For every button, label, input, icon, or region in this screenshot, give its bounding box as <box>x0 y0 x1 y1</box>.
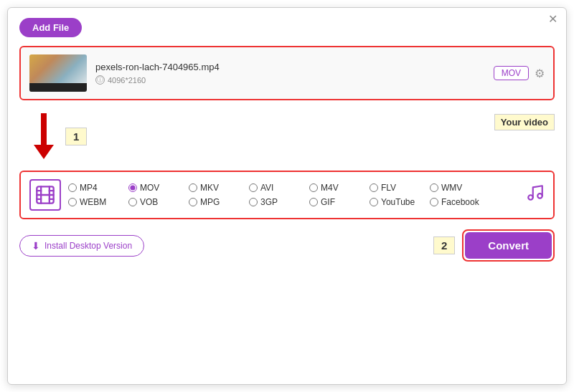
format-radio-mp4[interactable] <box>68 183 77 192</box>
arrow-shaft <box>41 113 47 145</box>
format-label-facebook: Facebook <box>441 197 479 207</box>
file-thumbnail <box>29 54 87 92</box>
add-file-button[interactable]: Add File <box>19 18 82 37</box>
music-icon <box>526 183 545 206</box>
format-option-avi[interactable]: AVI <box>249 183 306 193</box>
install-desktop-button[interactable]: ⬇ Install Desktop Version <box>19 235 144 257</box>
format-label-wmv: WMV <box>441 183 462 193</box>
format-option-m4v[interactable]: M4V <box>309 183 367 193</box>
format-radio-3gp[interactable] <box>249 198 258 206</box>
format-label-mov: MOV <box>140 183 159 193</box>
format-label-vob: VOB <box>140 197 158 207</box>
bottom-bar: ⬇ Install Desktop Version 2 Convert <box>19 229 555 262</box>
format-option-facebook[interactable]: Facebook <box>430 197 487 207</box>
format-label-mkv: MKV <box>200 183 219 193</box>
format-label-3gp: 3GP <box>260 197 278 207</box>
format-option-wmv[interactable]: WMV <box>430 183 487 193</box>
format-option-gif[interactable]: GIF <box>309 197 367 207</box>
install-label: Install Desktop Version <box>44 241 132 251</box>
format-label-mp4: MP4 <box>80 183 98 193</box>
svg-point-8 <box>528 195 533 200</box>
convert-wrapper: Convert <box>462 229 555 262</box>
info-icon: ⓘ <box>95 75 105 85</box>
format-radio-wmv[interactable] <box>430 183 438 192</box>
format-radio-mov[interactable] <box>128 183 137 192</box>
format-label-gif: GIF <box>321 197 335 207</box>
format-option-youtube[interactable]: YouTube <box>370 197 427 207</box>
film-icon <box>29 179 61 211</box>
format-radio-webm[interactable] <box>68 198 77 206</box>
convert-section: 2 Convert <box>433 229 555 262</box>
format-radio-facebook[interactable] <box>430 198 438 206</box>
format-option-mov[interactable]: MOV <box>128 183 186 193</box>
format-radio-vob[interactable] <box>128 198 137 206</box>
format-row-1: MP4 MOV MKV AVI M4V <box>68 183 513 193</box>
step-1-label: 1 <box>65 128 87 145</box>
format-badge-button[interactable]: MOV <box>494 66 529 80</box>
format-radio-m4v[interactable] <box>309 183 318 192</box>
svg-point-9 <box>537 193 542 199</box>
format-label-webm: WEBM <box>80 197 106 207</box>
format-radio-avi[interactable] <box>249 183 258 192</box>
settings-icon[interactable]: ⚙ <box>535 67 545 80</box>
arrow-head <box>34 145 54 159</box>
format-radio-gif[interactable] <box>309 198 318 206</box>
format-option-mpg[interactable]: MPG <box>189 197 246 207</box>
format-selector-box: MP4 MOV MKV AVI M4V <box>19 171 555 219</box>
file-info: pexels-ron-lach-7404965.mp4 ⓘ 4096*2160 <box>95 62 485 85</box>
file-item-box: pexels-ron-lach-7404965.mp4 ⓘ 4096*2160 … <box>19 46 555 100</box>
format-radio-mpg[interactable] <box>189 198 197 206</box>
file-meta: ⓘ 4096*2160 <box>95 75 485 85</box>
file-actions: MOV ⚙ <box>494 66 545 80</box>
file-name: pexels-ron-lach-7404965.mp4 <box>95 62 485 72</box>
format-label-flv: FLV <box>381 183 396 193</box>
format-label-m4v: M4V <box>321 183 339 193</box>
format-radio-youtube[interactable] <box>370 198 378 206</box>
format-label-avi: AVI <box>260 183 273 193</box>
arrow-section: 1 <box>34 107 555 165</box>
format-option-webm[interactable]: WEBM <box>68 197 126 207</box>
down-arrow <box>34 113 54 159</box>
format-label-youtube: YouTube <box>381 197 415 207</box>
format-row-2: WEBM VOB MPG 3GP GIF <box>68 197 513 207</box>
format-option-mkv[interactable]: MKV <box>189 183 246 193</box>
format-option-flv[interactable]: FLV <box>370 183 427 193</box>
close-button[interactable]: ✕ <box>548 14 557 25</box>
app-window: ✕ Add File pexels-ron-lach-7404965.mp4 ⓘ… <box>7 7 567 385</box>
format-option-3gp[interactable]: 3GP <box>249 197 306 207</box>
format-grid: MP4 MOV MKV AVI M4V <box>68 183 513 207</box>
format-option-vob[interactable]: VOB <box>128 197 186 207</box>
step-2-label: 2 <box>433 236 455 254</box>
your-video-label: Your video <box>494 114 555 130</box>
download-icon: ⬇ <box>32 240 40 252</box>
format-label-mpg: MPG <box>200 197 220 207</box>
format-radio-mkv[interactable] <box>189 183 197 192</box>
file-resolution: 4096*2160 <box>108 76 146 85</box>
convert-button[interactable]: Convert <box>465 232 552 259</box>
format-radio-flv[interactable] <box>370 183 378 192</box>
format-option-mp4[interactable]: MP4 <box>68 183 126 193</box>
